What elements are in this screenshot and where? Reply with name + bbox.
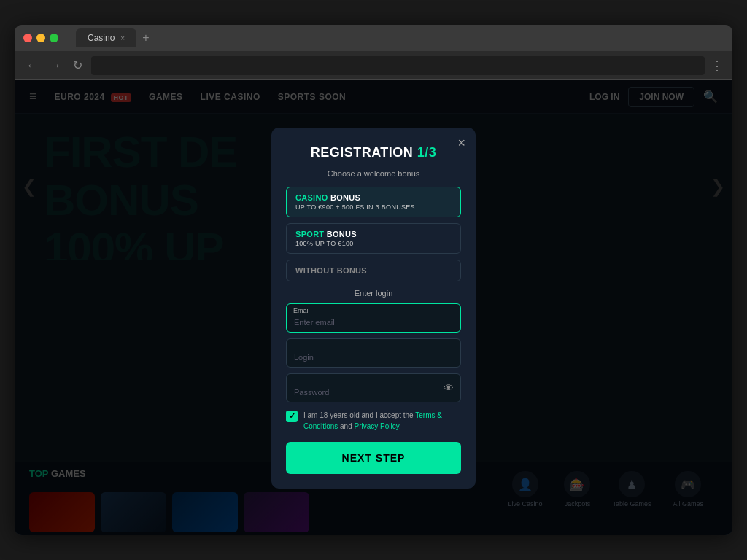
no-bonus-option[interactable]: WITHOUT BONUS [286,260,461,281]
modal-overlay: × REGISTRATION 1/3 Choose a welcome bonu… [15,80,732,535]
login-field-group [286,338,461,368]
email-label: Email [293,307,310,314]
browser-tab[interactable]: Casino × [76,28,136,47]
password-input[interactable] [286,373,461,402]
registration-modal: × REGISTRATION 1/3 Choose a welcome bonu… [271,128,476,489]
modal-subtitle: Choose a welcome bonus [286,169,461,178]
title-bar: Casino × + [15,25,732,51]
tab-close-icon[interactable]: × [120,34,125,42]
casino-bonus-option[interactable]: CASINO BONUS UP TO €900 + 500 FS IN 3 BO… [286,187,461,217]
login-input[interactable] [286,338,461,368]
tab-bar: Casino × + [76,28,724,47]
more-options-icon[interactable]: ⋮ [711,58,724,74]
privacy-link[interactable]: Privacy Policy [355,422,400,430]
minimize-traffic-light[interactable] [36,34,45,42]
back-button[interactable]: ← [23,56,41,75]
email-field-group: Email [286,303,461,332]
tab-title: Casino [88,33,115,43]
maximize-traffic-light[interactable] [50,34,58,42]
checkmark-icon: ✓ [289,411,295,421]
modal-close-button[interactable]: × [457,136,465,149]
traffic-lights [23,34,58,42]
terms-checkbox-row: ✓ I am 18 years old and I accept the Ter… [286,410,461,432]
next-step-button[interactable]: NEXT STEP [286,442,461,474]
email-input[interactable] [286,303,461,332]
password-field-group: 👁 [286,373,461,402]
nav-bar: ← → ↻ ⋮ [15,51,732,80]
address-bar[interactable] [91,56,705,75]
refresh-button[interactable]: ↻ [70,55,85,75]
enter-login-label: Enter login [286,289,461,298]
browser-window: Casino × + ← → ↻ ⋮ ≡ EURO 2024 HOT GAMES… [15,25,732,535]
sport-bonus-option[interactable]: SPORT BONUS 100% UP TO €100 [286,223,461,254]
terms-text: I am 18 years old and I accept the Terms… [303,410,461,432]
website-content: ≡ EURO 2024 HOT GAMES LIVE CASINO SPORTS… [15,80,732,535]
modal-title: REGISTRATION 1/3 [286,145,461,160]
close-traffic-light[interactable] [23,34,32,42]
terms-checkbox[interactable]: ✓ [286,411,298,422]
password-toggle-icon[interactable]: 👁 [444,382,454,394]
new-tab-button[interactable]: + [142,31,149,44]
forward-button[interactable]: → [47,56,64,75]
